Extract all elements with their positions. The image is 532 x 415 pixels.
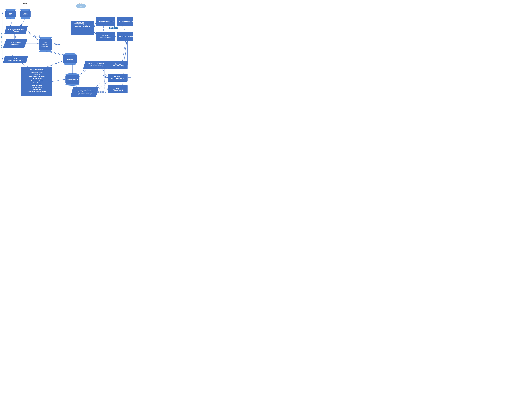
association-analysis-box: Association Analysis xyxy=(117,17,133,26)
svg-line-61 xyxy=(94,32,96,34)
diagram-container: Scope and Limitations Start End End EER … xyxy=(0,0,133,104)
svg-line-36 xyxy=(15,34,16,39)
svg-line-46 xyxy=(79,68,85,77)
wos-node: Web of Science (WOS) Retrieval xyxy=(5,26,27,34)
end-cylinder: End xyxy=(76,4,86,8)
corpus-cylinder: Corpus xyxy=(63,54,77,64)
tf-binary-node: TF, Binary, & TF-IDF DTMPython Programmi… xyxy=(84,61,109,69)
svg-line-9 xyxy=(26,31,40,41)
gensim-node: Gensim Algorithms(an Open-Source Library… xyxy=(72,87,97,97)
svg-line-23 xyxy=(122,41,126,78)
npl-items: -Transform Cases -Tokenize -Filter Token… xyxy=(27,71,47,93)
svg-line-35 xyxy=(21,18,25,26)
svg-line-4 xyxy=(20,18,26,27)
svg-line-39 xyxy=(27,30,39,40)
lda-box: LDA(Theme Topic) xyxy=(108,85,128,93)
svg-line-34 xyxy=(10,18,12,26)
svg-text:Abstract: Abstract xyxy=(34,35,40,37)
doc-categorization-box: Document Categorization xyxy=(96,32,115,41)
tasks-label: Tasks xyxy=(109,26,118,30)
svg-line-18 xyxy=(102,69,105,85)
doc-clustering-box: Document Clustering xyxy=(117,32,133,41)
feature-wordlist-cylinder: Feature Wordlist xyxy=(66,74,79,85)
npl-box: NPL Text Processing -Transform Cases -To… xyxy=(21,67,52,96)
nltk-node: NLTKPython Programming xyxy=(4,56,27,63)
data-cleaning-node: Data-CleaningConditions xyxy=(5,39,26,48)
eer-cylinder: EER xyxy=(5,10,16,18)
word2vec-box: Word2vec(Word Embedding) xyxy=(108,74,128,82)
svg-line-64 xyxy=(94,21,96,27)
start-label: Start xyxy=(21,2,28,5)
doc2vec-box: Doc2vec(Doc. Embedding) xyxy=(108,61,128,69)
scope-text: Scope and Limitations xyxy=(1,32,2,48)
taxonomy-box: Taxonomy Generation xyxy=(96,17,115,26)
post-analysis-box: Post Analysis -Drilldown Analysis -Visua… xyxy=(71,21,94,35)
scope-label: Scope and Limitations xyxy=(0,18,2,62)
abstract-label: Abstract xyxy=(53,43,61,45)
joee-cylinder: JOEE xyxy=(20,10,30,18)
svg-line-44 xyxy=(52,79,66,82)
valid-docs-cylinder: ValidDocumentCollections xyxy=(39,38,52,51)
